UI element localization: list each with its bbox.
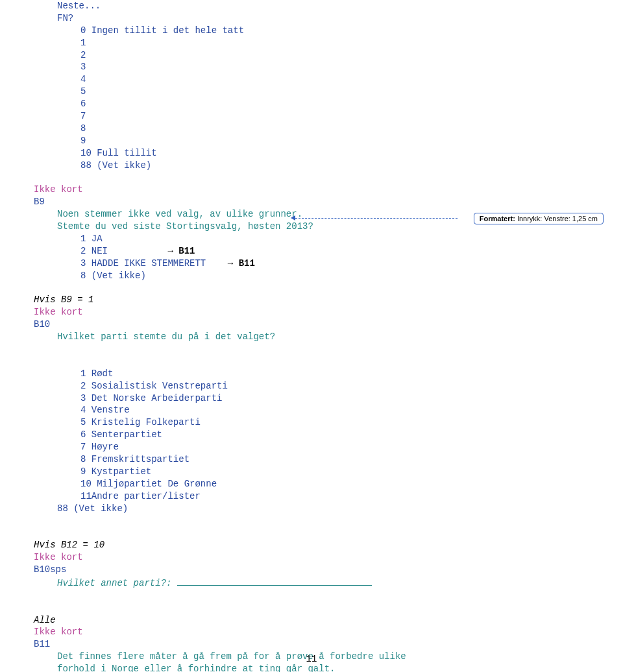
- scale-2: 2: [80, 49, 623, 62]
- b10sps-ikkekort: Ikke kort: [34, 551, 623, 564]
- b11-q2: forhold i Norge eller å forhindre at tin…: [57, 663, 623, 672]
- party-1: 1 Rødt: [80, 368, 623, 380]
- scale-5: 5: [80, 86, 623, 98]
- comment-arrow-icon: [291, 215, 295, 221]
- scale-1: 1: [80, 37, 623, 49]
- party-9: 9 Kystpartiet: [80, 466, 623, 478]
- neste-label: Neste...: [57, 0, 623, 12]
- party-11: 11Andre partier/lister: [80, 490, 623, 503]
- b11-label: B11: [34, 638, 623, 651]
- party-88: 88 (Vet ikke): [57, 503, 623, 515]
- party-6: 6 Senterpartiet: [80, 429, 623, 441]
- b10sps-question: Hvilket annet parti?:: [57, 576, 623, 590]
- fn-label: FN?: [57, 12, 623, 25]
- b11-ikkekort: Ikke kort: [34, 626, 623, 638]
- comment-label: Formatert:: [480, 215, 515, 222]
- b9-opt-4: 8 (Vet ikke): [80, 270, 623, 282]
- b9-opt-2: 2 NEI → B11: [80, 245, 623, 258]
- scale-9: 9: [80, 135, 623, 147]
- b9-ikkekort: Ikke kort: [34, 184, 623, 196]
- b10-question: Hvilket parti stemte du på i det valget?: [57, 331, 623, 343]
- comment-text: Innrykk: Venstre: 1,25 cm: [515, 215, 598, 222]
- comment-box: Formatert: Innrykk: Venstre: 1,25 cm: [474, 213, 604, 224]
- b10-label: B10: [34, 318, 623, 331]
- party-4: 4 Venstre: [80, 404, 623, 416]
- party-7: 7 Høyre: [80, 441, 623, 453]
- party-3: 3 Det Norske Arbeiderparti: [80, 392, 623, 405]
- party-2: 2 Sosialistisk Venstreparti: [80, 380, 623, 392]
- scale-8: 8: [80, 123, 623, 135]
- b10-condition: Hvis B9 = 1: [34, 294, 623, 306]
- b10-ikkekort: Ikke kort: [34, 306, 623, 318]
- scale-3: 3: [80, 61, 623, 73]
- scale-6: 6: [80, 98, 623, 110]
- scale-4: 4: [80, 73, 623, 86]
- scale-0: 0 Ingen tillit i det hele tatt: [80, 25, 623, 37]
- b11-alle: Alle: [34, 614, 623, 627]
- party-8: 8 Fremskrittspartiet: [80, 453, 623, 466]
- scale-10: 10 Full tillit: [80, 147, 623, 160]
- b9-opt-1: 1 JA: [80, 233, 623, 245]
- party-5: 5 Kristelig Folkeparti: [80, 416, 623, 429]
- b9-opt-3: 3 HADDE IKKE STEMMERETT → B11: [80, 258, 623, 270]
- b10sps-label: B10sps: [34, 564, 623, 576]
- party-10: 10 Miljøpartiet De Grønne: [80, 478, 623, 490]
- page-number: 11: [0, 654, 623, 664]
- scale-88: 88 (Vet ikke): [80, 160, 623, 172]
- b10sps-condition: Hvis B12 = 10: [34, 539, 623, 551]
- b9-label: B9: [34, 196, 623, 208]
- scale-7: 7: [80, 110, 623, 123]
- comment-connector: [295, 218, 458, 219]
